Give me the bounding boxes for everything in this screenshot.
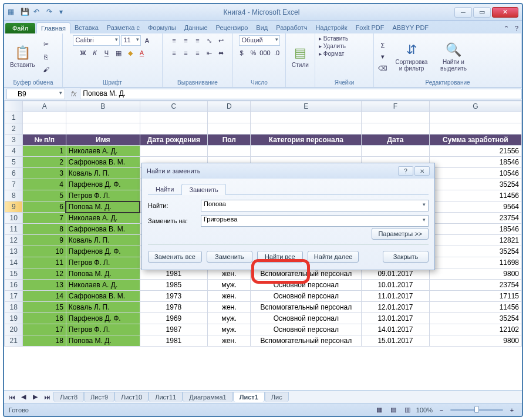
cell[interactable]: 9800	[429, 268, 521, 280]
bold-icon[interactable]: Ж	[78, 48, 89, 58]
cell[interactable]: 12.01.2017	[362, 302, 429, 313]
cell[interactable]: Основной персонал	[251, 280, 362, 291]
table-header-cell[interactable]: Пол	[208, 135, 251, 146]
row-header[interactable]: 9	[5, 201, 23, 213]
cell[interactable]: 11698	[429, 257, 521, 268]
column-header[interactable]: A	[23, 101, 66, 112]
ribbon-tab[interactable]: Разработч	[272, 22, 311, 33]
ribbon-tab[interactable]: Надстройк	[311, 22, 351, 33]
row-header[interactable]: 11	[5, 224, 23, 235]
fill-icon[interactable]: ▾	[377, 52, 388, 62]
align-top-icon[interactable]: ≡	[169, 35, 180, 46]
table-header-cell[interactable]: Имя	[66, 135, 140, 146]
view-pagebreak-icon[interactable]: ▥	[402, 405, 413, 415]
cell[interactable]	[66, 112, 140, 123]
cell[interactable]: 1973	[140, 291, 207, 302]
cell[interactable]: 1978	[140, 302, 207, 313]
sheet-tab[interactable]: Лис	[265, 392, 289, 402]
cells-format-button[interactable]: ▸ Формат	[319, 51, 344, 57]
help-icon[interactable]: ?	[511, 23, 522, 33]
cell[interactable]: 11	[23, 257, 66, 268]
format-painter-icon[interactable]: 🖌	[41, 64, 51, 75]
sheet-tab[interactable]: Диаграмма1	[183, 392, 232, 402]
row-header[interactable]: 18	[5, 302, 23, 313]
cell[interactable]: жен.	[208, 291, 251, 302]
cell[interactable]: 15	[23, 302, 66, 313]
cell[interactable]: 12821	[429, 235, 521, 246]
row-header[interactable]: 12	[5, 235, 23, 246]
cut-icon[interactable]: ✂	[41, 39, 51, 50]
cell[interactable]	[429, 112, 521, 123]
table-header-cell[interactable]: Дата рождения	[140, 135, 207, 146]
cell[interactable]: жен.	[208, 302, 251, 313]
undo-icon[interactable]: ↶	[33, 8, 43, 17]
cell[interactable]	[429, 123, 521, 135]
save-icon[interactable]: 💾	[21, 8, 30, 17]
cell[interactable]: 1987	[140, 324, 207, 335]
cell[interactable]: Основной персонал	[251, 291, 362, 302]
row-header[interactable]: 21	[5, 335, 23, 347]
row-header[interactable]: 1	[5, 112, 23, 123]
cell[interactable]: Петров Ф. Л.	[66, 190, 140, 201]
number-format-select[interactable]: Общий	[239, 35, 280, 46]
cell[interactable]: 35254	[429, 179, 521, 190]
row-header[interactable]: 13	[5, 246, 23, 257]
sheet-nav-last-icon[interactable]: ⏭	[42, 392, 52, 402]
cell[interactable]: Петров Ф. Л.	[66, 324, 140, 335]
cell[interactable]: Коваль Л. П.	[66, 168, 140, 179]
ribbon-tab[interactable]: Формулы	[144, 22, 180, 33]
align-right-icon[interactable]: ≡	[193, 48, 203, 58]
currency-icon[interactable]: $	[237, 48, 247, 58]
view-normal-icon[interactable]: ▦	[374, 405, 385, 415]
autosum-icon[interactable]: Σ	[377, 40, 388, 51]
cell[interactable]: Николаев А. Д.	[66, 280, 140, 291]
cell[interactable]: Сафронова В. М.	[66, 157, 140, 168]
cell[interactable]	[362, 112, 429, 123]
cell[interactable]: 4	[23, 179, 66, 190]
orientation-icon[interactable]: ⤡	[204, 35, 215, 46]
decrease-indent-icon[interactable]: ⇤	[204, 48, 215, 58]
align-left-icon[interactable]: ≡	[169, 48, 180, 58]
ribbon-tab[interactable]: Foxit PDF	[352, 22, 389, 33]
row-header[interactable]: 5	[5, 157, 23, 168]
cell[interactable]: 11456	[429, 302, 521, 313]
align-bottom-icon[interactable]: ≡	[193, 35, 203, 46]
underline-icon[interactable]: Ч	[102, 48, 112, 58]
replace-input[interactable]: Григорьева	[201, 215, 429, 227]
sheet-nav-next-icon[interactable]: ▶	[30, 392, 41, 402]
cell[interactable]: 13	[23, 280, 66, 291]
cell[interactable]: Попова М. Д.	[66, 335, 140, 347]
cell[interactable]: 14	[23, 291, 66, 302]
sheet-nav-prev-icon[interactable]: ◀	[18, 392, 29, 402]
select-all-corner[interactable]	[5, 101, 23, 112]
cell[interactable]: 18546	[429, 224, 521, 235]
ribbon-tab[interactable]: Вид	[252, 22, 272, 33]
ribbon-tab[interactable]: Данные	[180, 22, 212, 33]
cell[interactable]: 23754	[429, 280, 521, 291]
ribbon-tab[interactable]: Рецензиро	[212, 22, 252, 33]
cell[interactable]: Попова М. Д.	[66, 201, 140, 213]
comma-icon[interactable]: 000	[260, 48, 271, 58]
replace-button[interactable]: Заменить	[207, 251, 252, 263]
table-header-cell[interactable]: Категория персонала	[251, 135, 362, 146]
cell[interactable]: 14.01.2017	[362, 324, 429, 335]
zoom-in-icon[interactable]: +	[507, 405, 517, 415]
row-header[interactable]: 20	[5, 324, 23, 335]
column-header[interactable]: D	[208, 101, 251, 112]
sheet-nav-first-icon[interactable]: ⏮	[6, 392, 17, 402]
view-layout-icon[interactable]: ▤	[388, 405, 399, 415]
cell[interactable]: Сафронова В. М.	[66, 291, 140, 302]
cell[interactable]: Николаев А. Д.	[66, 213, 140, 224]
cell[interactable]	[23, 123, 66, 135]
sheet-tab[interactable]: Лист11	[149, 392, 183, 402]
row-header[interactable]: 10	[5, 213, 23, 224]
sheet-tab[interactable]: Лист9	[84, 392, 114, 402]
find-select-button[interactable]: 🔍 Найти и выделить	[435, 41, 472, 73]
table-header-cell[interactable]: № п/п	[23, 135, 66, 146]
cell[interactable]: 21556	[429, 146, 521, 157]
cell[interactable]: Парфенов Д. Ф.	[66, 179, 140, 190]
cell[interactable]: Николаев А. Д.	[66, 146, 140, 157]
cell[interactable]	[251, 112, 362, 123]
copy-icon[interactable]: ⎘	[41, 52, 51, 62]
styles-button[interactable]: ▤ Стили	[289, 44, 311, 69]
